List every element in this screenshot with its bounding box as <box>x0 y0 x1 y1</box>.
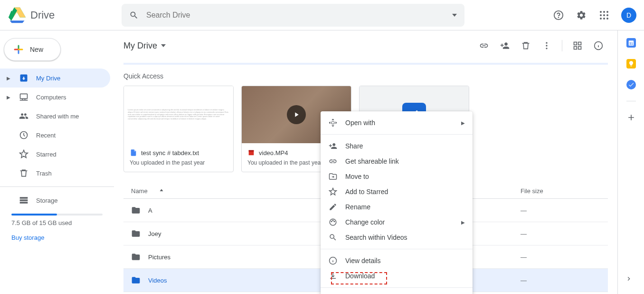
avatar[interactable]: D <box>621 8 636 23</box>
cm-search[interactable]: Search within Videos <box>321 230 473 245</box>
logo-area[interactable]: Drive <box>8 6 122 25</box>
expand-icon[interactable]: ▶ <box>6 95 11 100</box>
breadcrumb[interactable]: My Drive <box>123 41 166 51</box>
svg-point-19 <box>546 42 547 44</box>
sidebar-item-starred[interactable]: ▶ Starred <box>0 145 110 164</box>
col-header-size[interactable]: File size <box>521 187 600 195</box>
more-icon[interactable] <box>537 36 556 55</box>
delete-icon[interactable] <box>516 36 535 55</box>
doc-icon <box>130 149 137 157</box>
sidebar-item-storage[interactable]: ▶ Storage <box>0 191 110 210</box>
drive-logo-icon <box>8 6 27 25</box>
svg-rect-24 <box>574 47 577 49</box>
open-with-icon <box>328 118 338 127</box>
sidebar-item-recent[interactable]: ▶ Recent <box>0 126 110 145</box>
quick-access-title: Quick Access <box>123 72 608 80</box>
search-input[interactable] <box>146 11 445 20</box>
info-banner <box>123 63 608 65</box>
star-icon <box>19 149 28 159</box>
settings-icon[interactable] <box>572 6 591 25</box>
video-icon <box>247 149 255 157</box>
move-icon <box>328 172 338 181</box>
search-icon <box>129 10 139 20</box>
storage-icon <box>19 196 28 205</box>
svg-point-9 <box>603 11 605 13</box>
svg-point-15 <box>603 18 605 20</box>
search-icon <box>328 233 338 242</box>
cm-remove[interactable]: Remove <box>321 292 473 294</box>
svg-point-10 <box>606 11 608 13</box>
side-panel: 31 <box>617 30 644 294</box>
plus-icon <box>13 44 24 55</box>
svg-point-13 <box>606 14 608 16</box>
trash-icon <box>19 168 28 178</box>
cm-link[interactable]: Get shareable link <box>321 154 473 169</box>
sidebar-item-shared[interactable]: ▶ Shared with me <box>0 107 110 126</box>
folder-icon <box>131 252 141 262</box>
cm-rename[interactable]: Rename <box>321 199 473 215</box>
sidebar-item-my-drive[interactable]: ▶ My Drive <box>0 69 110 88</box>
star-icon <box>328 187 338 196</box>
cm-star[interactable]: Add to Starred <box>321 184 473 199</box>
cm-open-with[interactable]: Open with▶ <box>321 115 473 130</box>
dropdown-icon[interactable] <box>452 14 457 17</box>
header: Drive D <box>0 0 644 30</box>
svg-point-8 <box>600 11 602 13</box>
svg-point-20 <box>546 45 547 46</box>
svg-rect-25 <box>578 47 581 49</box>
link-icon <box>328 157 338 166</box>
cm-download[interactable]: Download <box>321 268 473 284</box>
add-person-icon[interactable] <box>495 36 514 55</box>
breadcrumb-bar: My Drive <box>123 36 608 55</box>
svg-point-12 <box>603 14 605 16</box>
sidebar: New ▶ My Drive ▶ Computers ▶ Shared with… <box>0 30 114 294</box>
cm-details[interactable]: View details <box>321 253 473 268</box>
svg-point-31 <box>334 221 335 222</box>
svg-text:31: 31 <box>629 42 633 45</box>
cm-move[interactable]: Move to <box>321 169 473 184</box>
storage-bar <box>11 214 103 216</box>
expand-icon[interactable]: ▶ <box>6 76 11 81</box>
rename-icon <box>328 203 338 211</box>
qa-card[interactable]: Lorem ipsum dolor sit amet consectetur a… <box>123 86 234 172</box>
content: New ▶ My Drive ▶ Computers ▶ Shared with… <box>0 30 644 294</box>
calendar-icon[interactable]: 31 <box>626 38 636 48</box>
buy-storage-link[interactable]: Buy storage <box>11 234 103 241</box>
add-icon[interactable] <box>626 113 636 122</box>
svg-point-7 <box>559 17 559 18</box>
info-icon <box>328 256 338 265</box>
app-title: Drive <box>30 9 55 21</box>
link-icon[interactable] <box>474 36 493 55</box>
storage-text: 7.5 GB of 15 GB used <box>11 219 103 226</box>
context-menu: Open with▶ Share Get shareable link Move… <box>321 111 473 294</box>
svg-point-30 <box>332 220 333 221</box>
people-icon <box>19 111 28 121</box>
clock-icon <box>19 130 28 140</box>
sidebar-item-computers[interactable]: ▶ Computers <box>0 88 110 107</box>
folder-icon <box>131 229 141 238</box>
play-icon <box>287 105 306 124</box>
apps-icon[interactable] <box>595 6 614 25</box>
cm-color[interactable]: Change color▶ <box>321 215 473 230</box>
collapse-icon[interactable] <box>619 269 638 288</box>
help-icon[interactable] <box>549 6 568 25</box>
sidebar-item-trash[interactable]: ▶ Trash <box>0 164 110 183</box>
svg-point-11 <box>600 14 602 16</box>
new-button-label: New <box>30 46 43 53</box>
keep-icon[interactable] <box>626 59 636 69</box>
chevron-right-icon: ▶ <box>461 120 465 126</box>
main-panel: My Drive Quick Access Lorem ipsum dolor … <box>114 30 617 294</box>
info-icon[interactable] <box>589 36 608 55</box>
header-actions: D <box>549 6 636 25</box>
col-header-name[interactable]: Name <box>131 187 331 195</box>
chevron-right-icon: ▶ <box>461 220 465 225</box>
svg-rect-17 <box>20 94 28 98</box>
cm-share[interactable]: Share <box>321 138 473 154</box>
new-button[interactable]: New <box>4 38 61 61</box>
tasks-icon[interactable] <box>626 80 636 89</box>
svg-rect-23 <box>578 42 581 45</box>
download-icon <box>328 272 338 280</box>
search-bar[interactable] <box>122 4 464 27</box>
chevron-down-icon <box>161 44 166 47</box>
grid-view-icon[interactable] <box>568 36 587 55</box>
